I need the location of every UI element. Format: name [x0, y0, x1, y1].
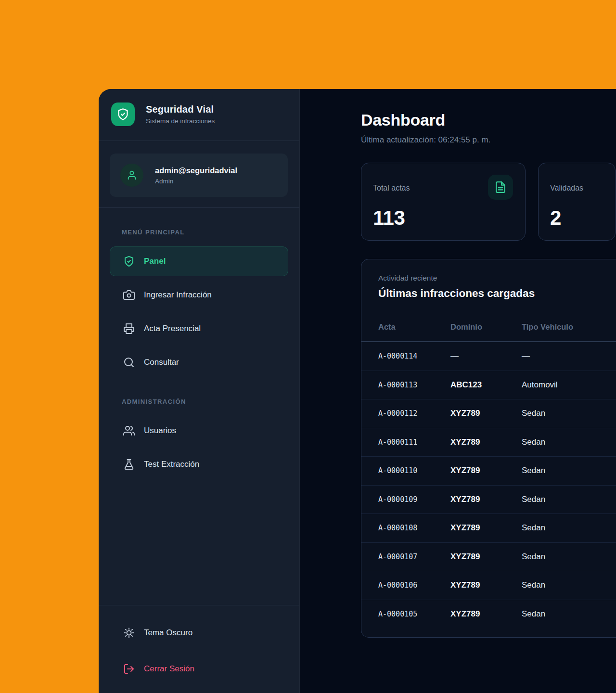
cell-acta: A-0000112 [378, 409, 450, 418]
nav-item-label: Tema Oscuro [144, 628, 192, 638]
nav-section-label-administracion: ADMINISTRACIÓN [122, 398, 276, 405]
main-content: Dashboard Última actualización: 06:24:55… [300, 89, 616, 693]
cell-acta: A-0000110 [378, 466, 450, 475]
table-row: A-0000107XYZ789Sedan [361, 543, 616, 572]
cell-dominio: XYZ789 [450, 523, 522, 533]
flask-icon [123, 459, 135, 470]
sidebar-item-consultar[interactable]: Consultar [110, 347, 288, 377]
table-row: A-0000109XYZ789Sedan [361, 486, 616, 514]
camera-icon [123, 289, 135, 301]
column-header-acta: Acta [378, 322, 450, 332]
table-row: A-0000110XYZ789Sedan [361, 457, 616, 486]
sidebar-nav: MENÚ PRINCIPALPanelIngresar InfracciónAc… [99, 208, 299, 483]
column-header-dominio: Dominio [450, 322, 522, 332]
cell-tipo-vehiculo: Sedan [522, 523, 616, 533]
brand-text: Seguridad Vial Sistema de infracciones [146, 104, 215, 125]
user-card: admin@seguridadvial Admin [110, 154, 288, 197]
cell-dominio: ABC123 [450, 380, 522, 390]
activity-title: Últimas infracciones cargadas [361, 287, 616, 300]
user-email: admin@seguridadvial [155, 166, 237, 175]
brand-tagline: Sistema de infracciones [146, 117, 215, 125]
cell-dominio: XYZ789 [450, 437, 522, 447]
nav-section-label-menu-principal: MENÚ PRINCIPAL [122, 229, 276, 236]
shield-check-icon [111, 103, 135, 126]
stat-card-total-actas: Total actas113 [361, 163, 526, 241]
cell-acta: A-0000111 [378, 438, 450, 447]
sidebar: Seguridad Vial Sistema de infracciones a… [99, 89, 300, 693]
nav-item-label: Usuarios [144, 426, 176, 436]
cell-dominio: XYZ789 [450, 609, 522, 619]
table-row: A-0000112XYZ789Sedan [361, 399, 616, 428]
stat-value: 113 [373, 206, 513, 230]
cell-tipo-vehiculo: Sedan [522, 495, 616, 504]
stat-card-validadas: Validadas2 [538, 163, 616, 241]
cell-tipo-vehiculo: Sedan [522, 466, 616, 475]
cell-acta: A-0000109 [378, 495, 450, 504]
table-header-row: ActaDominioTipo Vehículo [361, 312, 616, 342]
cell-acta: A-0000107 [378, 552, 450, 561]
cell-acta: A-0000114 [378, 352, 450, 360]
user-role: Admin [155, 178, 237, 185]
recent-activity-card: Actividad reciente Últimas infracciones … [361, 259, 616, 638]
nav-item-label: Acta Presencial [144, 324, 201, 334]
cell-dominio: XYZ789 [450, 466, 522, 475]
sidebar-item-panel[interactable]: Panel [110, 246, 288, 276]
app-window: Seguridad Vial Sistema de infracciones a… [99, 89, 616, 693]
cell-tipo-vehiculo: Sedan [522, 552, 616, 562]
nav-item-label: Cerrar Sesión [144, 664, 194, 674]
table-row: A-0000105XYZ789Sedan [361, 600, 616, 629]
screen: { "colors": { "frame_orange": "#F6940D",… [0, 0, 616, 693]
search-icon [123, 357, 135, 368]
table-row: A-0000113ABC123Automovil [361, 371, 616, 400]
infractions-table: ActaDominioTipo Vehículo A-0000114——A-00… [361, 312, 616, 629]
nav-item-label: Panel [144, 257, 166, 266]
sidebar-item-ingresar-infraccion[interactable]: Ingresar Infracción [110, 280, 288, 310]
cell-tipo-vehiculo: Automovil [522, 380, 616, 390]
page-title: Dashboard [361, 110, 616, 129]
shield-check-icon [123, 256, 135, 267]
cell-acta: A-0000106 [378, 581, 450, 590]
nav-item-label: Ingresar Infracción [144, 290, 212, 300]
column-header-tipo-vehiculo: Tipo Vehículo [522, 322, 616, 332]
user-icon [120, 164, 143, 187]
sidebar-item-test-extraccion[interactable]: Test Extracción [110, 449, 288, 479]
cell-dominio: XYZ789 [450, 495, 522, 504]
stat-value: 2 [550, 206, 603, 230]
users-icon [123, 425, 135, 436]
brand-header: Seguridad Vial Sistema de infracciones [99, 89, 299, 141]
table-row: A-0000111XYZ789Sedan [361, 428, 616, 457]
cell-tipo-vehiculo: Sedan [522, 580, 616, 590]
file-text-icon [488, 175, 513, 200]
sun-icon [123, 627, 135, 639]
cell-acta: A-0000113 [378, 381, 450, 389]
cell-acta: A-0000105 [378, 610, 450, 618]
cell-tipo-vehiculo: Sedan [522, 409, 616, 418]
cell-tipo-vehiculo: — [522, 351, 616, 361]
activity-eyebrow: Actividad reciente [361, 274, 616, 282]
table-row: A-0000108XYZ789Sedan [361, 514, 616, 543]
logout-icon [123, 663, 135, 675]
printer-icon [123, 323, 135, 334]
stats-row: Total actas113Validadas2 [361, 163, 616, 241]
table-body: A-0000114——A-0000113ABC123AutomovilA-000… [361, 342, 616, 629]
cell-dominio: — [450, 351, 522, 361]
cell-dominio: XYZ789 [450, 409, 522, 418]
cell-tipo-vehiculo: Sedan [522, 609, 616, 619]
stat-label: Validadas [550, 183, 603, 192]
sidebar-footer: Tema OscuroCerrar Sesión [99, 605, 299, 693]
last-update-text: Última actualización: 06:24:55 p. m. [361, 135, 616, 145]
cell-acta: A-0000108 [378, 524, 450, 532]
user-info: admin@seguridadvial Admin [155, 166, 237, 185]
footer-item-tema-oscuro[interactable]: Tema Oscuro [110, 618, 288, 648]
sidebar-item-acta-presencial[interactable]: Acta Presencial [110, 314, 288, 344]
cell-dominio: XYZ789 [450, 580, 522, 590]
brand-name: Seguridad Vial [146, 104, 215, 115]
cell-dominio: XYZ789 [450, 552, 522, 562]
sidebar-item-usuarios[interactable]: Usuarios [110, 416, 288, 446]
nav-item-label: Test Extracción [144, 460, 199, 469]
footer-item-cerrar-sesion[interactable]: Cerrar Sesión [110, 654, 288, 684]
nav-item-label: Consultar [144, 358, 179, 367]
table-row: A-0000114—— [361, 342, 616, 371]
cell-tipo-vehiculo: Sedan [522, 437, 616, 447]
table-row: A-0000106XYZ789Sedan [361, 571, 616, 600]
